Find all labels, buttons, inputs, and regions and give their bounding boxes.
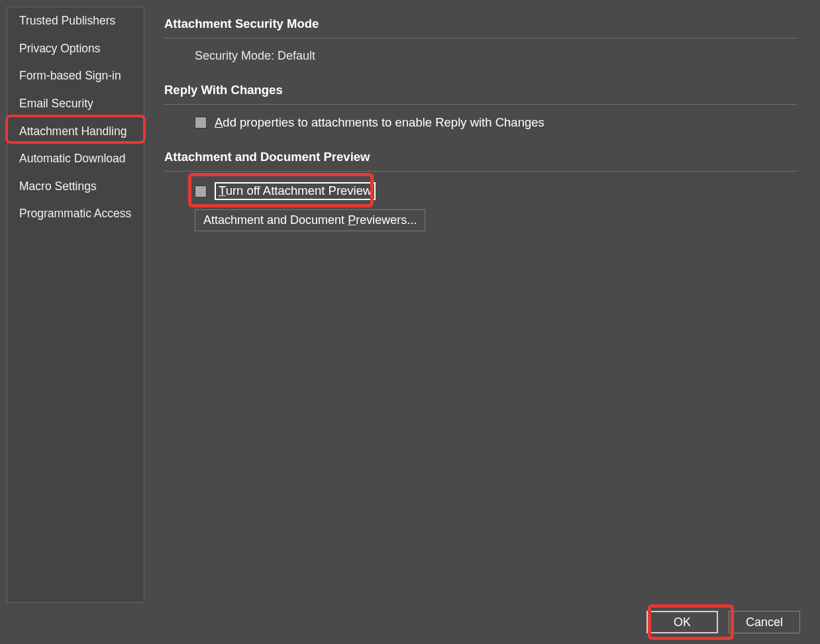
main-panel: Attachment Security Mode Security Mode: … [164, 17, 797, 251]
sidebar-item-email-security[interactable]: Email Security [7, 90, 144, 118]
section-header-reply-with-changes: Reply With Changes [164, 83, 797, 105]
checkbox-add-properties[interactable] [195, 117, 207, 129]
sidebar-item-programmatic-access[interactable]: Programmatic Access [7, 200, 144, 228]
sidebar-item-automatic-download[interactable]: Automatic Download [7, 145, 144, 173]
footer: OK Cancel [646, 611, 800, 633]
checkbox-row-add-properties[interactable]: Add properties to attachments to enable … [195, 115, 797, 130]
checkbox-row-turn-off-preview[interactable]: Turn off Attachment Preview [195, 182, 797, 200]
sidebar-item-privacy-options[interactable]: Privacy Options [7, 35, 144, 63]
sidebar-item-form-based-sign-in[interactable]: Form-based Sign-in [7, 62, 144, 90]
sidebar-item-macro-settings[interactable]: Macro Settings [7, 173, 144, 201]
cancel-button[interactable]: Cancel [729, 611, 800, 633]
sidebar: Trusted Publishers Privacy Options Form-… [7, 7, 144, 603]
section-header-attachment-security-mode: Attachment Security Mode [164, 17, 797, 38]
security-mode-value: Security Mode: Default [195, 49, 315, 62]
checkbox-label-add-properties: Add properties to attachments to enable … [215, 115, 544, 130]
checkbox-label-turn-off-preview: Turn off Attachment Preview [215, 182, 376, 200]
ok-button[interactable]: OK [646, 611, 718, 633]
sidebar-item-trusted-publishers[interactable]: Trusted Publishers [7, 7, 144, 35]
checkbox-turn-off-preview[interactable] [195, 186, 207, 197]
section-header-attachment-preview: Attachment and Document Preview [164, 150, 797, 172]
sidebar-item-attachment-handling[interactable]: Attachment Handling [7, 118, 144, 146]
previewers-button[interactable]: Attachment and Document Previewers... [195, 209, 425, 231]
